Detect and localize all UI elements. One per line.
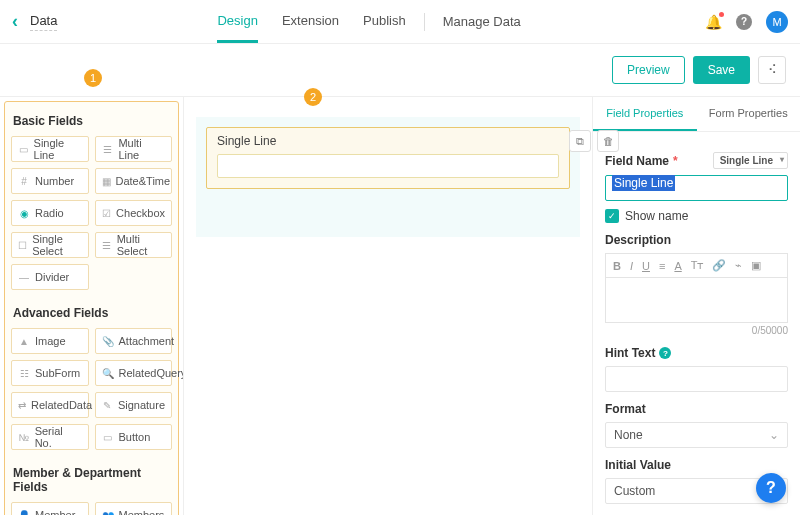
multi-line-icon: ☰ bbox=[102, 143, 114, 155]
number-icon: # bbox=[18, 175, 30, 187]
field-input-preview bbox=[217, 154, 559, 178]
avatar[interactable]: M bbox=[766, 11, 788, 33]
font-size-icon[interactable]: Tᴛ bbox=[691, 259, 704, 272]
char-counter: 0/50000 bbox=[605, 325, 788, 336]
serial-no-icon: № bbox=[18, 431, 30, 443]
description-label: Description bbox=[605, 233, 788, 247]
field-divider[interactable]: —Divider bbox=[11, 264, 89, 290]
bold-icon[interactable]: B bbox=[613, 260, 621, 272]
workspace: Basic Fields ▭Single Line ☰Multi Line #N… bbox=[0, 97, 800, 515]
radio-icon: ◉ bbox=[18, 207, 30, 219]
field-datetime[interactable]: ▦Date&Time bbox=[95, 168, 173, 194]
info-icon[interactable]: ? bbox=[659, 347, 671, 359]
save-button[interactable]: Save bbox=[693, 56, 750, 84]
attachment-icon: 📎 bbox=[102, 335, 114, 347]
rte-toolbar: B I U ≡ A Tᴛ 🔗 ⌁ ▣ bbox=[605, 253, 788, 277]
field-name-label: Field Name * Single Line bbox=[605, 152, 788, 169]
align-icon[interactable]: ≡ bbox=[659, 260, 665, 272]
back-arrow-icon[interactable]: ‹ bbox=[12, 11, 18, 32]
group-title-advanced: Advanced Fields bbox=[11, 300, 172, 328]
preview-button[interactable]: Preview bbox=[612, 56, 685, 84]
copy-icon: ⧉ bbox=[576, 135, 584, 148]
font-color-icon[interactable]: A bbox=[674, 260, 681, 272]
field-radio[interactable]: ◉Radio bbox=[11, 200, 89, 226]
subform-icon: ☷ bbox=[18, 367, 30, 379]
tab-form-properties[interactable]: Form Properties bbox=[697, 97, 801, 131]
field-member[interactable]: 👤Member bbox=[11, 502, 89, 515]
field-multi-select[interactable]: ☰Multi Select bbox=[95, 232, 173, 258]
field-checkbox[interactable]: ☑Checkbox bbox=[95, 200, 173, 226]
button-icon: ▭ bbox=[102, 431, 114, 443]
breadcrumb[interactable]: Data bbox=[30, 13, 57, 31]
checkbox-icon: ☑ bbox=[102, 207, 112, 219]
field-single-line[interactable]: ▭Single Line bbox=[11, 136, 89, 162]
field-number[interactable]: #Number bbox=[11, 168, 89, 194]
datetime-icon: ▦ bbox=[102, 175, 111, 187]
initial-value-label: Initial Value bbox=[605, 458, 788, 472]
show-name-label: Show name bbox=[625, 209, 688, 223]
description-input[interactable] bbox=[605, 277, 788, 323]
callout-badge-1: 1 bbox=[84, 69, 102, 87]
properties-panel: Field Properties Form Properties Field N… bbox=[592, 97, 800, 515]
field-subform[interactable]: ☷SubForm bbox=[11, 360, 89, 386]
field-group: Advanced Fields ▲Image 📎Attachment ☷SubF… bbox=[11, 300, 172, 450]
field-image[interactable]: ▲Image bbox=[11, 328, 89, 354]
tab-design[interactable]: Design bbox=[217, 1, 257, 43]
separator bbox=[424, 13, 425, 31]
field-signature[interactable]: ✎Signature bbox=[95, 392, 173, 418]
divider-icon: — bbox=[18, 271, 30, 283]
field-related-data[interactable]: ⇄RelatedData bbox=[11, 392, 89, 418]
hint-text-label: Hint Text ? bbox=[605, 346, 788, 360]
field-multi-line[interactable]: ☰Multi Line bbox=[95, 136, 173, 162]
field-related-query[interactable]: 🔍RelatedQuery bbox=[95, 360, 173, 386]
related-query-icon: 🔍 bbox=[102, 367, 114, 379]
form-canvas[interactable]: Single Line ⧉ 🗑 bbox=[184, 97, 592, 515]
group-title-member: Member & Department Fields bbox=[11, 460, 172, 502]
multi-select-icon: ☰ bbox=[102, 239, 112, 251]
trash-icon: 🗑 bbox=[603, 135, 614, 147]
share-button[interactable]: ⠪ bbox=[758, 56, 786, 84]
group-title-basic: Basic Fields bbox=[11, 108, 172, 136]
italic-icon[interactable]: I bbox=[630, 260, 633, 272]
field-name-input[interactable]: Single Line bbox=[605, 175, 788, 201]
app-header: ‹ Data Design Extension Publish Manage D… bbox=[0, 0, 800, 44]
link-icon[interactable]: 🔗 bbox=[712, 259, 726, 272]
fields-panel: Basic Fields ▭Single Line ☰Multi Line #N… bbox=[4, 101, 179, 515]
code-icon[interactable]: ⌁ bbox=[735, 259, 742, 272]
image-icon: ▲ bbox=[18, 335, 30, 347]
required-star-icon: * bbox=[673, 154, 678, 168]
member-icon: 👤 bbox=[18, 509, 30, 515]
field-group: Basic Fields ▭Single Line ☰Multi Line #N… bbox=[11, 108, 172, 290]
field-label: Single Line bbox=[217, 134, 559, 148]
tab-manage-data[interactable]: Manage Data bbox=[443, 2, 521, 41]
related-data-icon: ⇄ bbox=[18, 399, 26, 411]
help-icon[interactable]: ? bbox=[736, 14, 752, 30]
field-button[interactable]: ▭Button bbox=[95, 424, 173, 450]
delete-button[interactable]: 🗑 bbox=[597, 130, 619, 152]
field-type-select[interactable]: Single Line bbox=[713, 152, 788, 169]
format-select[interactable]: None bbox=[605, 422, 788, 448]
field-attachment[interactable]: 📎Attachment bbox=[95, 328, 173, 354]
underline-icon[interactable]: U bbox=[642, 260, 650, 272]
field-members[interactable]: 👥Members bbox=[95, 502, 173, 515]
show-name-checkbox[interactable]: ✓ bbox=[605, 209, 619, 223]
field-single-select[interactable]: ☐Single Select bbox=[11, 232, 89, 258]
members-icon: 👥 bbox=[102, 509, 114, 515]
duplicate-button[interactable]: ⧉ bbox=[569, 130, 591, 152]
single-line-icon: ▭ bbox=[18, 143, 29, 155]
signature-icon: ✎ bbox=[102, 399, 113, 411]
format-label: Format bbox=[605, 402, 788, 416]
main-tabs: Design Extension Publish bbox=[217, 1, 405, 43]
callout-badge-2: 2 bbox=[304, 88, 322, 106]
canvas-field-single-line[interactable]: Single Line ⧉ 🗑 bbox=[206, 127, 570, 189]
fields-sidebar: Basic Fields ▭Single Line ☰Multi Line #N… bbox=[0, 97, 184, 515]
tab-field-properties[interactable]: Field Properties bbox=[593, 97, 697, 131]
field-serial-no[interactable]: №Serial No. bbox=[11, 424, 89, 450]
tab-extension[interactable]: Extension bbox=[282, 1, 339, 43]
hint-text-input[interactable] bbox=[605, 366, 788, 392]
bell-icon[interactable]: 🔔 bbox=[705, 14, 722, 30]
insert-image-icon[interactable]: ▣ bbox=[751, 259, 761, 272]
single-select-icon: ☐ bbox=[18, 239, 27, 251]
floating-help-button[interactable]: ? bbox=[756, 473, 786, 503]
tab-publish[interactable]: Publish bbox=[363, 1, 406, 43]
